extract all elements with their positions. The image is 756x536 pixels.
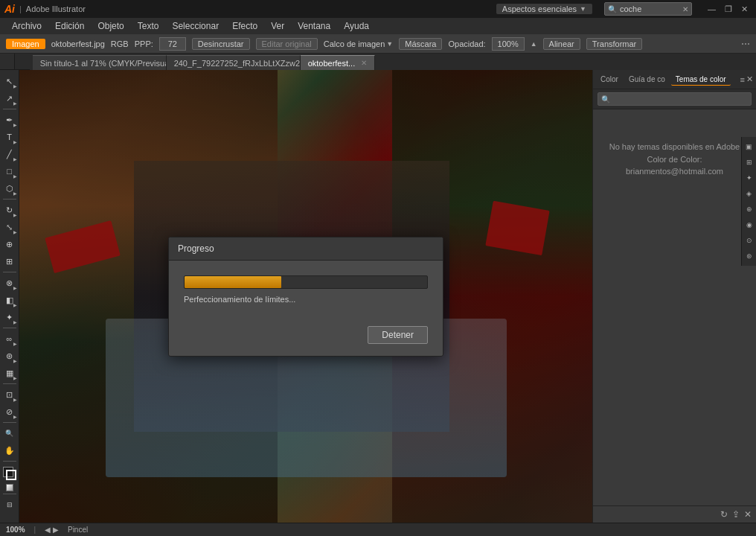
menu-ver[interactable]: Ver	[265, 19, 290, 33]
ppp-input[interactable]	[159, 37, 186, 51]
canvas-area[interactable]: Progreso Perfeccionamiento de límites...…	[19, 70, 592, 523]
desincrustar-button[interactable]: Desincrustar	[192, 38, 250, 50]
panel-search-input[interactable]	[612, 95, 748, 103]
menu-seleccionar[interactable]: Seleccionar	[166, 19, 225, 33]
color-mode-buttons	[6, 484, 13, 491]
filename-label: oktoberfest.jpg	[51, 39, 105, 48]
workspace: ↖ ↗ ✒ T ╱ □ ⬡ ↻ ⤡ ⊕ ⊞ ⊗ ◧ ✦ ∞ ⊛ ▦ ⊡ ⊘ 🔍 …	[0, 70, 756, 523]
doc-tab-label-2: oktoberfest...	[308, 59, 356, 68]
editar-original-button[interactable]: Editar original	[256, 38, 318, 50]
stroke-swatch[interactable]	[6, 470, 16, 480]
panel-tab-guia[interactable]: Guía de co	[624, 74, 670, 85]
right-tool-2[interactable]: ⊞	[743, 156, 756, 169]
right-tool-6[interactable]: ◉	[743, 218, 756, 232]
tool-name: Pincel	[68, 526, 88, 534]
panel-options-icon[interactable]: ≡	[740, 75, 745, 84]
menu-archivo[interactable]: Archivo	[6, 19, 48, 33]
dialog-footer: Detener	[169, 326, 443, 356]
right-tool-5[interactable]: ⊕	[743, 202, 756, 216]
search-clear-icon[interactable]: ✕	[682, 5, 688, 13]
scale-tool[interactable]: ⤡	[1, 219, 18, 235]
minimize-button[interactable]: —	[704, 3, 720, 16]
right-tool-4[interactable]: ◈	[743, 187, 756, 200]
panel-settings-icon[interactable]: ✕	[744, 509, 752, 520]
panel-tab-color[interactable]: Color	[596, 74, 623, 85]
window-controls: — ❐ ✕	[704, 3, 752, 16]
doc-tab-close-2[interactable]: ✕	[361, 59, 367, 67]
right-tool-1[interactable]: ▣	[743, 140, 756, 153]
panel-share-icon[interactable]: ⇪	[732, 509, 740, 520]
right-tool-3[interactable]: ✦	[743, 171, 756, 185]
menu-edicion[interactable]: Edición	[49, 19, 90, 33]
panel-refresh-icon[interactable]: ↻	[720, 509, 728, 520]
hand-tool[interactable]: ✋	[1, 442, 18, 459]
right-panel: Color Guía de co Temas de color ≡ ✕ 🔍 No…	[592, 70, 756, 523]
menu-objeto[interactable]: Objeto	[92, 19, 129, 33]
ppp-label: PPP:	[135, 39, 153, 48]
blend-tool[interactable]: ∞	[1, 331, 18, 347]
tool-separator-6	[3, 422, 16, 423]
direct-selection-tool[interactable]: ↗	[1, 90, 18, 106]
transformar-button[interactable]: Transformar	[586, 38, 643, 50]
fill-stroke-swatches	[1, 465, 18, 482]
rect-tool[interactable]: □	[1, 163, 18, 179]
menu-efecto[interactable]: Efecto	[226, 19, 263, 33]
tool-separator-3	[3, 272, 16, 272]
opacidad-arrow[interactable]: ▲	[531, 40, 537, 48]
doc-tab-1[interactable]: 240_F_79227252_fRJxLbLtXZzw2D2tyyuMI4i58…	[167, 55, 301, 70]
menu-ventana[interactable]: Ventana	[292, 19, 336, 33]
detener-button[interactable]: Detener	[368, 326, 428, 344]
restore-button[interactable]: ❐	[721, 3, 736, 16]
colormode-label: RGB	[111, 39, 129, 48]
type-tool[interactable]: T	[1, 129, 18, 145]
menu-texto[interactable]: Texto	[132, 19, 165, 33]
graph-tool[interactable]: ▦	[1, 365, 18, 381]
workspace-selector[interactable]: Aspectos esenciales ▼	[496, 4, 592, 14]
pen-tool[interactable]: ✒	[1, 112, 18, 128]
alinear-button[interactable]: Alinear	[543, 38, 580, 50]
right-mini-toolbar: ▣ ⊞ ✦ ◈ ⊕ ◉ ⊙ ⊛	[741, 137, 756, 266]
app-logo: Ai	[4, 3, 15, 15]
options-bar: Imagen oktoberfest.jpg RGB PPP: Desincru…	[0, 34, 756, 54]
close-button[interactable]: ✕	[737, 3, 752, 16]
doc-tab-0[interactable]: Sin título-1 al 71% (CMYK/Previsualiz...…	[33, 55, 167, 70]
line-tool[interactable]: ╱	[1, 146, 18, 162]
puppet-warp-tool[interactable]: ⊕	[1, 236, 18, 252]
panel-search-bar: 🔍	[593, 89, 756, 109]
right-tool-7[interactable]: ⊙	[743, 234, 756, 247]
search-input[interactable]	[620, 4, 679, 13]
slice-tool[interactable]: ⊘	[1, 403, 18, 420]
artboard-tool[interactable]: ⊡	[1, 386, 18, 403]
options-more-icon[interactable]: ⋯	[741, 39, 750, 49]
tool-separator-4	[3, 328, 16, 328]
free-transform-tool[interactable]: ⊞	[1, 253, 18, 269]
shape-builder-tool[interactable]: ⊗	[1, 275, 18, 291]
panel-tab-temas[interactable]: Temas de color	[671, 74, 731, 86]
doc-tab-2[interactable]: oktoberfest... ✕	[301, 55, 376, 70]
mascara-button[interactable]: Máscara	[399, 38, 442, 50]
color-panel: No hay temas disponibles en Adobe Color …	[593, 109, 756, 505]
search-bar[interactable]: 🔍 ✕	[604, 2, 692, 16]
selection-tool[interactable]: ↖	[1, 73, 18, 89]
dialog-overlay: Progreso Perfeccionamiento de límites...…	[19, 70, 592, 523]
none-color-btn[interactable]	[6, 484, 13, 491]
calco-label: Calco de imagen	[324, 39, 385, 48]
opacidad-input[interactable]	[492, 37, 525, 51]
eyedropper-tool[interactable]: ✦	[1, 309, 18, 325]
opacidad-label: Opacidad:	[448, 39, 485, 48]
symbol-tool[interactable]: ⊛	[1, 348, 18, 364]
panel-search-wrapper[interactable]: 🔍	[598, 92, 752, 106]
zoom-tool[interactable]: 🔍	[1, 425, 18, 441]
panel-close-icon[interactable]: ✕	[746, 74, 753, 84]
right-tool-8[interactable]: ⊛	[743, 249, 756, 263]
menu-bar: Archivo Edición Objeto Texto Seleccionar…	[0, 18, 756, 34]
progress-bar-background	[184, 275, 428, 289]
imagen-tab[interactable]: Imagen	[6, 39, 45, 49]
screen-mode-btn[interactable]: ⊟	[1, 497, 18, 513]
calco-dropdown-icon[interactable]: ▼	[386, 40, 393, 48]
menu-ayuda[interactable]: Ayuda	[338, 19, 375, 33]
paint-tool[interactable]: ⬡	[1, 180, 18, 197]
rotate-tool[interactable]: ↻	[1, 202, 18, 218]
gradient-tool[interactable]: ◧	[1, 292, 18, 308]
panel-search-icon: 🔍	[601, 95, 610, 103]
